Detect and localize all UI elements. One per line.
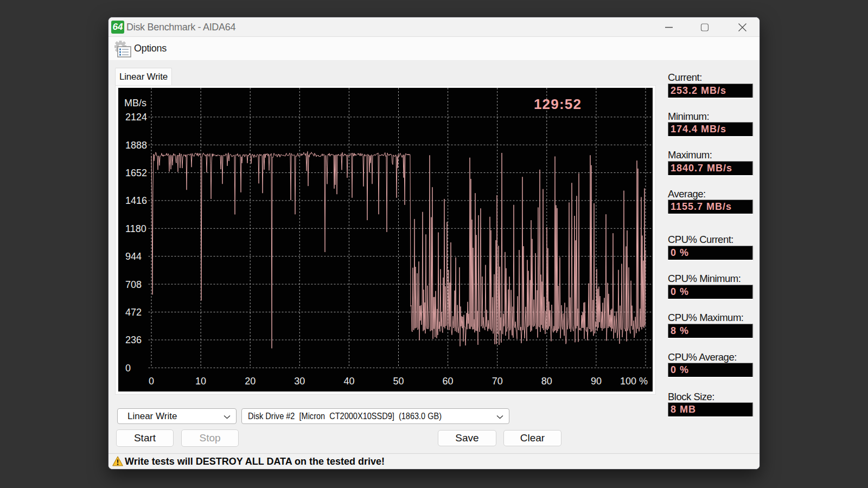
svg-text:70: 70: [492, 376, 503, 387]
svg-text:90: 90: [591, 376, 602, 387]
svg-text:30: 30: [294, 376, 305, 387]
svg-text:1416: 1416: [125, 195, 147, 206]
svg-text:50: 50: [393, 376, 404, 387]
svg-text:129:52: 129:52: [534, 96, 582, 112]
svg-text:80: 80: [541, 376, 552, 387]
svg-text:1652: 1652: [125, 168, 147, 178]
svg-text:1180: 1180: [125, 223, 146, 234]
svg-text:10: 10: [195, 376, 206, 387]
svg-text:20: 20: [245, 376, 256, 387]
svg-text:1888: 1888: [125, 140, 147, 151]
svg-text:MB/s: MB/s: [124, 98, 146, 108]
svg-text:944: 944: [125, 251, 142, 262]
svg-text:472: 472: [125, 307, 142, 318]
svg-text:0: 0: [149, 376, 154, 387]
svg-text:708: 708: [125, 279, 142, 290]
svg-text:100 %: 100 %: [620, 376, 648, 387]
svg-text:60: 60: [443, 376, 454, 387]
svg-text:0: 0: [125, 363, 131, 374]
svg-text:40: 40: [343, 376, 354, 387]
svg-text:236: 236: [125, 335, 142, 345]
svg-text:2124: 2124: [125, 112, 147, 123]
